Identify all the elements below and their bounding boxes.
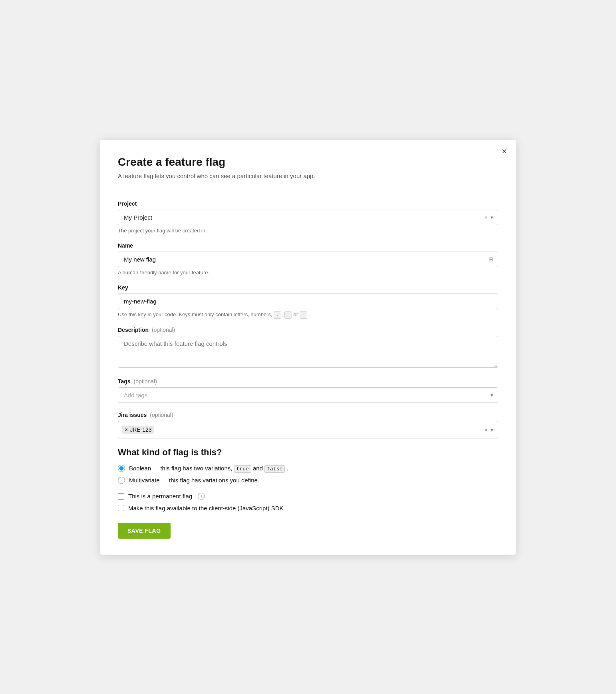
resize-icon: ⤡	[493, 364, 497, 368]
description-textarea-wrapper: ⤡	[118, 336, 498, 369]
tags-wrapper: Add tags ▾	[118, 387, 498, 403]
key-input[interactable]	[118, 293, 498, 309]
project-label: Project	[118, 200, 498, 207]
name-field-group: Name ⊞ A human-friendly name for your fe…	[118, 242, 498, 276]
flag-type-title: What kind of flag is this?	[118, 447, 498, 458]
checkbox-group: This is a permanent flag i Make this fla…	[118, 493, 498, 512]
project-select[interactable]: My Project	[118, 210, 498, 225]
key-hint: Use this key in your code. Keys must onl…	[118, 311, 498, 318]
project-field-group: Project My Project × ▾ The project your …	[118, 200, 498, 234]
jira-tag: × JRE-123	[122, 426, 154, 434]
jira-tag-close-btn[interactable]: ×	[125, 426, 128, 433]
tags-label: Tags (optional)	[118, 378, 498, 385]
boolean-radio-text: Boolean — this flag has two variations, …	[129, 465, 288, 472]
jira-label: Jira issues (optional)	[118, 412, 498, 418]
modal-subtitle: A feature flag lets you control who can …	[118, 173, 498, 179]
name-label: Name	[118, 242, 498, 249]
name-hint: A human-friendly name for your feature.	[118, 270, 498, 276]
key-label: Key	[118, 284, 498, 291]
jira-input[interactable]: × JRE-123	[118, 421, 498, 438]
description-field-group: Description (optional) ⤡	[118, 327, 498, 369]
create-feature-flag-modal: × Create a feature flag A feature flag l…	[100, 140, 516, 555]
permanent-flag-text: This is a permanent flag	[128, 493, 192, 500]
multivariate-radio-label[interactable]: Multivariate — this flag has variations …	[118, 477, 498, 484]
jira-tag-value: JRE-123	[130, 426, 151, 433]
flag-type-radio-group: Boolean — this flag has two variations, …	[118, 465, 498, 484]
client-side-text: Make this flag available to the client-s…	[128, 505, 284, 512]
client-side-label[interactable]: Make this flag available to the client-s…	[118, 505, 498, 512]
description-optional: (optional)	[152, 327, 175, 333]
permanent-flag-checkbox[interactable]	[118, 493, 124, 500]
project-select-wrapper: My Project × ▾	[118, 210, 498, 225]
tags-input[interactable]: Add tags	[118, 387, 498, 403]
client-side-checkbox[interactable]	[118, 505, 124, 511]
name-input-wrapper: ⊞	[118, 252, 498, 267]
key-hint-underscore: _	[284, 311, 292, 319]
multivariate-radio-text: Multivariate — this flag has variations …	[129, 477, 259, 484]
jira-optional: (optional)	[150, 412, 173, 418]
permanent-flag-info-icon[interactable]: i	[198, 493, 205, 500]
name-icon: ⊞	[489, 256, 493, 262]
description-label: Description (optional)	[118, 327, 498, 333]
jira-field-group: Jira issues (optional) × JRE-123 × ▾	[118, 412, 498, 438]
tags-optional: (optional)	[134, 378, 157, 385]
key-field-group: Key Use this key in your code. Keys must…	[118, 284, 498, 318]
description-textarea[interactable]	[118, 336, 498, 368]
modal-title: Create a feature flag	[118, 156, 498, 169]
permanent-flag-label[interactable]: This is a permanent flag i	[118, 493, 498, 500]
tags-field-group: Tags (optional) Add tags ▾	[118, 378, 498, 403]
close-button[interactable]: ×	[502, 147, 507, 156]
divider	[118, 189, 498, 189]
boolean-radio-label[interactable]: Boolean — this flag has two variations, …	[118, 465, 498, 472]
key-hint-dash: -	[300, 311, 307, 319]
project-hint: The project your flag will be created in…	[118, 228, 498, 234]
multivariate-radio[interactable]	[118, 477, 125, 484]
tags-placeholder: Add tags	[124, 392, 147, 399]
key-hint-dot: .	[274, 311, 281, 319]
save-flag-button[interactable]: SAVE FLAG	[118, 523, 171, 539]
boolean-radio[interactable]	[118, 465, 125, 472]
name-input[interactable]	[118, 252, 498, 267]
jira-wrapper: × JRE-123 × ▾	[118, 421, 498, 438]
jira-text-input[interactable]	[157, 426, 474, 433]
